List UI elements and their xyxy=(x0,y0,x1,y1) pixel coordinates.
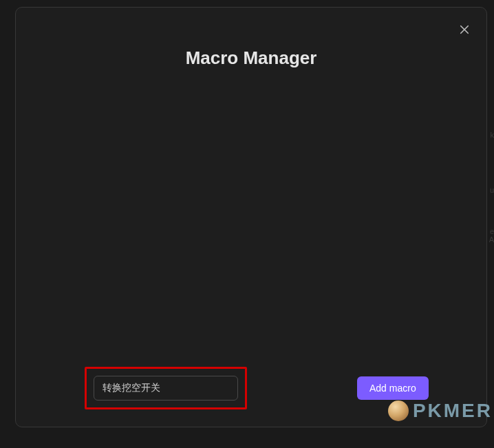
macro-name-input[interactable] xyxy=(94,376,238,401)
highlight-annotation xyxy=(85,367,247,409)
close-icon xyxy=(458,23,471,36)
bg-text: u xyxy=(490,186,494,194)
macro-manager-modal: Macro Manager Add macro xyxy=(15,7,487,427)
modal-title: Macro Manager xyxy=(35,47,467,69)
bg-text: A xyxy=(489,235,494,244)
watermark: PKMER xyxy=(388,400,493,422)
add-macro-button[interactable]: Add macro xyxy=(357,376,429,400)
bg-text: k xyxy=(491,131,495,139)
watermark-logo-icon xyxy=(388,401,409,421)
close-button[interactable] xyxy=(455,20,474,39)
bottom-row: Add macro xyxy=(85,367,438,409)
bg-text: e xyxy=(490,227,494,235)
watermark-text: PKMER xyxy=(413,400,493,422)
